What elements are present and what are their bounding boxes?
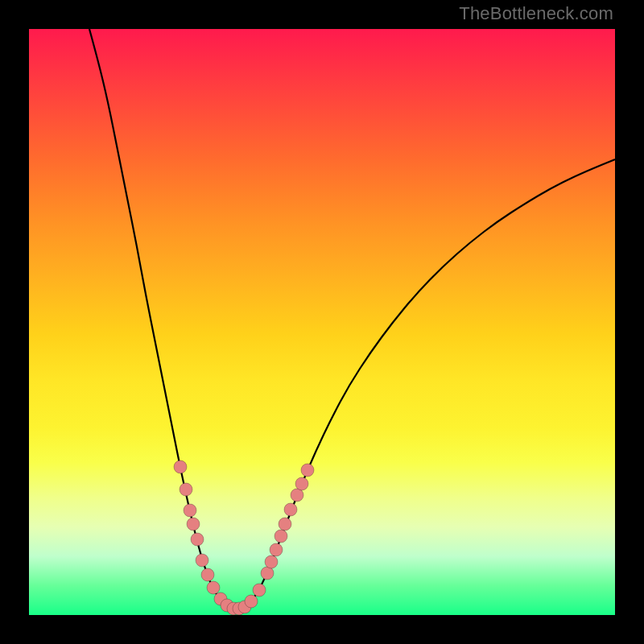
data-point [196,554,208,567]
data-dots [174,460,314,615]
watermark-text: TheBottleneck.com [459,3,613,24]
data-point [284,503,297,516]
data-point [184,504,196,517]
data-point [265,555,278,568]
plot-area [29,29,615,615]
data-point [201,568,214,581]
chart-frame: TheBottleneck.com [0,0,644,644]
data-point [253,584,266,597]
bottleneck-curve [89,29,615,609]
data-point [301,464,314,477]
data-point [279,518,291,530]
data-point [245,595,258,608]
data-point [270,543,283,556]
data-point [275,530,287,543]
data-point [174,460,187,473]
data-point [187,518,200,530]
data-point [180,483,192,496]
data-point [207,581,220,594]
data-point [295,477,308,490]
data-point [191,533,204,546]
chart-svg [29,29,615,615]
